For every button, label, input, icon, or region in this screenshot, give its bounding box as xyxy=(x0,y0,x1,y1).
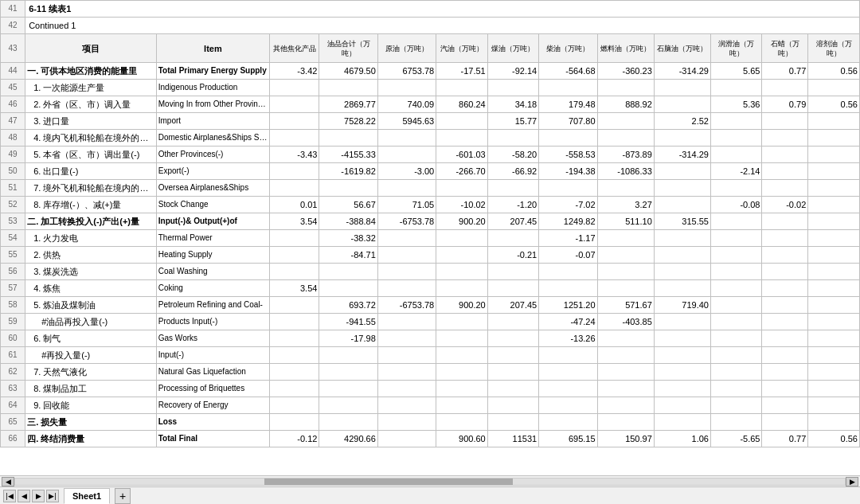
cell-val xyxy=(808,180,860,197)
cell-val xyxy=(487,381,539,397)
cell-item: Stock Change xyxy=(156,197,269,213)
row-number: 57 xyxy=(1,280,25,297)
scroll-right-button[interactable]: ▶ xyxy=(846,477,858,486)
cell-val xyxy=(487,80,539,96)
cell-val xyxy=(808,163,860,180)
cell-item: Coal Washing xyxy=(156,264,269,280)
cell-val: -1086.33 xyxy=(597,163,654,180)
cell-val: 740.09 xyxy=(377,96,436,113)
cell-val xyxy=(270,113,319,130)
cell-val xyxy=(377,180,436,197)
scroll-thumb[interactable] xyxy=(264,479,514,485)
cell-val xyxy=(597,347,654,364)
cell-val xyxy=(597,397,654,414)
table-row: 45 1. 一次能源生产量 Indigenous Production xyxy=(1,80,860,96)
cell-val xyxy=(487,364,539,381)
cell-xiang: 5. 本省（区、市）调出量(-) xyxy=(25,147,157,163)
cell-val: -388.84 xyxy=(319,213,377,230)
cell-val: 179.48 xyxy=(539,96,597,113)
cell-val xyxy=(808,364,860,381)
row-number: 44 xyxy=(1,63,25,80)
cell-val xyxy=(654,381,710,397)
cell-val: 0.77 xyxy=(762,431,808,447)
cell-val xyxy=(808,80,860,96)
sheet-area: 41 6-11 续表1 42 Continued 1 43 项目 Item 其他… xyxy=(0,0,860,475)
col-header-xiang: 项目 xyxy=(25,34,157,63)
cell-val xyxy=(762,213,808,230)
cell-val: -314.29 xyxy=(654,63,710,80)
row-number: 60 xyxy=(1,330,25,347)
cell-val: -66.92 xyxy=(487,163,539,180)
cell-item: Heating Supply xyxy=(156,247,269,264)
cell-val xyxy=(654,397,710,414)
row-number: 61 xyxy=(1,347,25,364)
col-header-diesel: 柴油（万吨） xyxy=(539,34,597,63)
cell-val xyxy=(597,230,654,247)
cell-val xyxy=(654,80,710,96)
cell-val xyxy=(487,330,539,347)
row-number: 63 xyxy=(1,381,25,397)
cell-val: -0.07 xyxy=(539,247,597,264)
cell-val xyxy=(654,230,710,247)
cell-val xyxy=(539,264,597,280)
cell-val: -3.43 xyxy=(270,147,319,163)
add-sheet-button[interactable]: + xyxy=(115,488,131,504)
cell-val xyxy=(270,230,319,247)
cell-val: -403.85 xyxy=(597,314,654,330)
tab-first-button[interactable]: |◀ xyxy=(3,490,16,502)
cell-val xyxy=(377,414,436,431)
cell-val xyxy=(377,330,436,347)
cell-val: -3.42 xyxy=(270,63,319,80)
cell-xiang: 6. 制气 xyxy=(25,330,157,347)
scroll-track[interactable] xyxy=(14,478,846,486)
cell-val: -1.20 xyxy=(487,197,539,213)
cell-val xyxy=(808,381,860,397)
cell-val: 719.40 xyxy=(654,297,710,314)
header-row: 43 项目 Item 其他焦化产品 油品合计（万吨） 原油（万吨） 汽油（万吨）… xyxy=(1,34,860,63)
cell-val xyxy=(319,264,377,280)
cell-val: 5945.63 xyxy=(377,113,436,130)
col-header-naphtha: 石脑油（万吨） xyxy=(654,34,710,63)
row-number: 45 xyxy=(1,80,25,96)
cell-val xyxy=(762,297,808,314)
cell-item: Petroleum Refining and Coal- xyxy=(156,297,269,314)
cell-val xyxy=(597,330,654,347)
cell-val: -873.89 xyxy=(597,147,654,163)
row-number: 58 xyxy=(1,297,25,314)
cell-val xyxy=(762,280,808,297)
sheet-tab-sheet1[interactable]: Sheet1 xyxy=(64,488,110,504)
cell-item: Other Provinces(-) xyxy=(156,147,269,163)
continued-cell: Continued 1 xyxy=(25,18,860,34)
cell-val: -314.29 xyxy=(654,147,710,163)
tab-prev-button[interactable]: ◀ xyxy=(18,490,30,502)
cell-val: -941.55 xyxy=(319,314,377,330)
col-header-item: Item xyxy=(156,34,269,63)
scroll-left-button[interactable]: ◀ xyxy=(2,477,14,486)
cell-val xyxy=(710,147,762,163)
col-header-oil-total: 油品合计（万吨） xyxy=(319,34,377,63)
cell-xiang: 7. 境外飞机和轮船在境内的加油量(-) xyxy=(25,180,157,197)
cell-val xyxy=(436,280,488,297)
cell-val: 707.80 xyxy=(539,113,597,130)
tab-last-button[interactable]: ▶| xyxy=(46,490,59,502)
cell-item: Total Final xyxy=(156,431,269,447)
cell-val xyxy=(762,80,808,96)
cell-val xyxy=(808,397,860,414)
col-header-lube-oil: 润滑油（万吨） xyxy=(710,34,762,63)
cell-val xyxy=(808,264,860,280)
row-number: 48 xyxy=(1,130,25,147)
cell-val: 1.06 xyxy=(654,431,710,447)
cell-val xyxy=(539,397,597,414)
table-row: 59 #油品再投入量(-) Products Input(-) -941.55 … xyxy=(1,314,860,330)
table-row: 63 8. 煤制品加工 Processing of Briquettes xyxy=(1,381,860,397)
cell-val xyxy=(377,381,436,397)
cell-xiang: 一. 可供本地区消费的能量里 xyxy=(25,63,157,80)
cell-val xyxy=(762,147,808,163)
cell-val xyxy=(762,130,808,147)
tab-next-button[interactable]: ▶ xyxy=(32,490,45,502)
cell-val xyxy=(762,397,808,414)
cell-val: 3.27 xyxy=(597,197,654,213)
horizontal-scrollbar[interactable]: ◀ ▶ xyxy=(0,475,860,486)
cell-val xyxy=(597,414,654,431)
cell-val xyxy=(270,130,319,147)
